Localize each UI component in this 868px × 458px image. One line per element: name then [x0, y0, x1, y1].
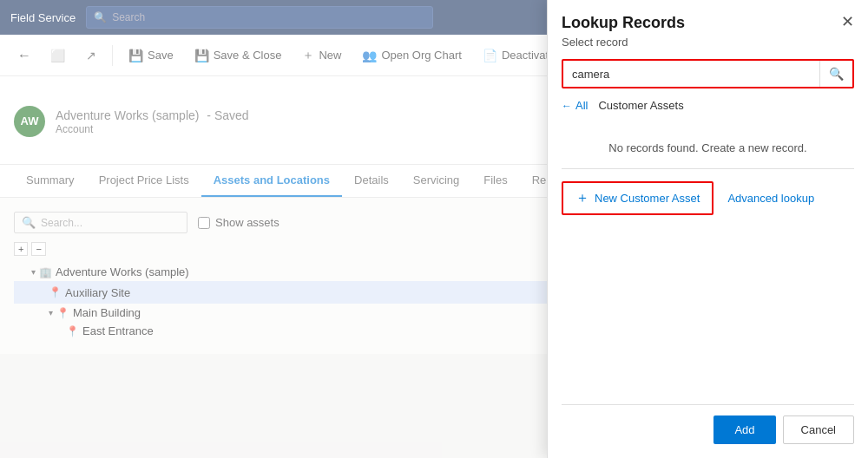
lookup-search-input[interactable]: [563, 62, 819, 87]
lookup-subtitle: Select record: [562, 36, 854, 49]
lookup-search-container[interactable]: 🔍: [562, 59, 854, 88]
lookup-no-results: No records found. Create a new record.: [562, 124, 854, 169]
plus-icon: ＋: [575, 189, 589, 207]
lookup-search-button[interactable]: 🔍: [819, 61, 852, 87]
lookup-filters: ← All Customer Assets: [562, 99, 854, 112]
arrow-left-icon: ←: [562, 100, 572, 112]
cancel-button[interactable]: Cancel: [783, 415, 854, 444]
lookup-close-button[interactable]: ✕: [841, 14, 854, 29]
lookup-title: Lookup Records: [562, 14, 685, 32]
lookup-actions: ＋ New Customer Asset Advanced lookup: [562, 181, 854, 215]
advanced-lookup-button[interactable]: Advanced lookup: [727, 192, 814, 205]
add-button[interactable]: Add: [713, 415, 775, 444]
new-customer-asset-button[interactable]: ＋ New Customer Asset: [562, 181, 713, 215]
lookup-panel: Lookup Records ✕ Select record 🔍 ← All C…: [547, 0, 868, 458]
new-asset-label: New Customer Asset: [595, 192, 700, 205]
dim-overlay: [0, 0, 547, 458]
lookup-header: Lookup Records ✕: [562, 14, 854, 32]
lookup-footer: Add Cancel: [562, 404, 854, 444]
filter-customer-assets[interactable]: Customer Assets: [598, 99, 683, 112]
filter-all[interactable]: ← All: [562, 99, 588, 112]
filter-all-label: All: [575, 99, 588, 112]
